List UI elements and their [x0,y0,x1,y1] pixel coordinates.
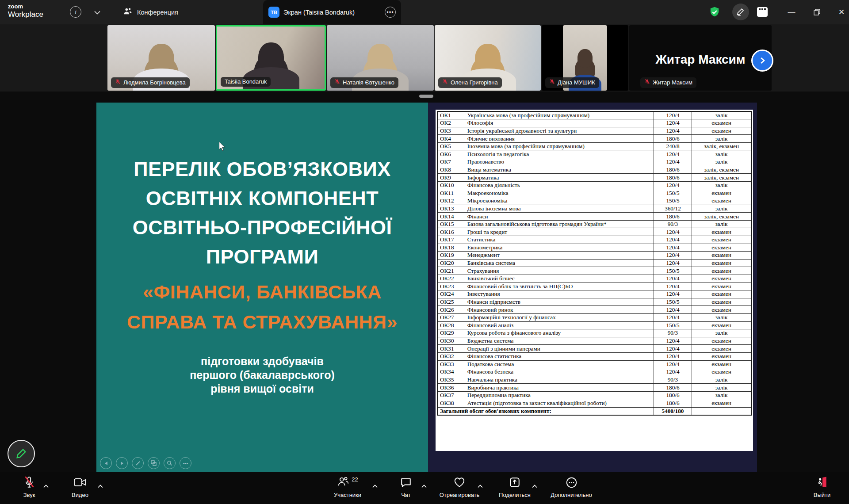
camera-icon [73,476,87,489]
table-row: ОК20Банківська система120/4екзамен [437,259,751,267]
mic-muted-icon [23,476,35,489]
meeting-toolbar: Звук Видео 22 Участники Чат [0,472,849,504]
video-button[interactable]: Видео [56,476,104,498]
participant-name-badge: Житар Максим [640,77,696,88]
participant-tile[interactable]: Діана МУШИК [542,25,628,91]
slide-title-line: ОСВІТНІХ КОМПОНЕНТ [96,184,428,213]
tab-screen-share[interactable]: TB Экран (Taisiia Bondaruk) ••• [263,0,401,24]
total-value: 5400/180 [654,407,692,415]
participant-name: Житар Максим [653,79,692,86]
react-options-chevron[interactable] [478,482,483,490]
table-row: ОК29Курсова робота з фінансового аналізу… [437,329,751,337]
share-screen-icon [509,476,520,489]
minimize-button[interactable]: — [782,0,801,24]
participant-tile[interactable]: Олена Григорівна [435,25,541,91]
slide-subtitle-line: підготовки здобувачів [96,355,428,368]
table-row: ОК6Психологія та педагогіка120/4залік [437,150,751,158]
participants-label: Участники [334,492,361,498]
slide-accent-line: «ФІНАНСИ, БАНКІВСЬКА [96,277,428,307]
video-label: Видео [72,492,88,498]
participant-filmstrip: Людмила Богріновцева Taisiia Bondaruk На… [0,24,849,92]
chat-label: Чат [401,492,411,498]
table-row: ОК3Історія української державності та ку… [437,127,751,135]
avatar: TB [268,7,279,18]
table-row: ОК28Фінансовий аналіз150/5екзамен [437,321,751,329]
tab-options-icon[interactable]: ••• [385,7,396,18]
table-row: ОК12Мікроекономіка150/5екзамен [437,197,751,205]
chat-options-chevron[interactable] [421,482,427,490]
participants-count-badge: 22 [352,476,358,483]
table-row: ОК21Страхування150/5екзамен [437,267,751,275]
apps-grid-icon[interactable] [755,5,769,19]
participant-tile-active-speaker[interactable]: Taisiia Bondaruk [216,25,326,91]
table-total-row: Загальний обсяг обов'язкових компонент: … [437,407,751,415]
participants-icon [337,476,349,489]
zoom-workplace-logo: zoom Workplace [8,4,43,18]
participant-name: Діана МУШИК [558,79,595,86]
leave-button[interactable]: Выйти [798,476,846,498]
table-row: ОК31Операції з цінними паперами120/4екза… [437,345,751,353]
filmstrip-drag-handle[interactable] [419,95,433,98]
leave-meeting-icon [816,476,828,489]
video-options-chevron[interactable] [98,482,103,490]
table-row: ОК23Фінансовий облік та звітність за НП(… [437,283,751,290]
more-button[interactable]: Дополнительно [545,476,598,498]
participant-tile-video-off[interactable]: Житар Максим Житар Максим [629,25,772,91]
slide-sorter-icon[interactable] [148,457,160,469]
table-row: ОК32Фінансова статистика120/4екзамен [437,352,751,360]
security-shield-icon[interactable] [708,6,721,18]
annotation-fab[interactable] [8,440,35,467]
table-row: ОК10Фінансова діяльність120/4залік [437,181,751,189]
tab-screen-share-label: Экран (Taisiia Bondaruk) [283,9,381,16]
audio-options-chevron[interactable] [43,482,49,490]
heart-icon [453,476,466,489]
table-row: ОК17Статистика120/4екзамен [437,236,751,244]
zoom-search-icon[interactable] [164,457,176,469]
table-row: ОК27Інформаційні технології у фінансах12… [437,313,751,321]
participant-name-badge: Людмила Богріновцева [111,77,190,88]
course-table: ОК1Українська мова (за професійним спрям… [437,111,752,416]
react-button[interactable]: Отреагировать [435,476,484,498]
table-row: ОК25Фінанси підприємств150/5екзамен [437,298,751,306]
info-icon[interactable]: i [70,6,81,18]
next-participants-button[interactable] [751,50,773,72]
participant-tile[interactable]: Людмила Богріновцева [107,25,215,91]
shared-screen-area: ПЕРЕЛІК ОБОВ’ЯЗКОВИХ ОСВІТНІХ КОМПОНЕНТ … [0,92,849,472]
tab-conference[interactable]: Конференция [123,0,178,24]
mic-muted-icon [334,79,340,86]
chevron-down-icon[interactable] [93,9,102,16]
mouse-cursor [218,141,226,153]
table-row: ОК33Податкова система120/4екзамен [437,360,751,368]
table-row: ОК7Правознавство120/4залік [437,158,751,166]
table-row: ОК38Атестація (підготовка та захист квал… [437,399,751,407]
close-button[interactable]: ✕ [832,0,849,24]
audio-label: Звук [23,492,35,498]
logo-line1: zoom [8,4,43,9]
annotate-pencil-icon[interactable] [732,4,749,20]
participant-tile[interactable]: Наталія Євтушенко [327,25,434,91]
slide-controls: ••• [100,457,191,469]
draw-tool-icon[interactable] [132,457,144,469]
mic-muted-icon [115,79,121,86]
share-options-chevron[interactable] [532,482,537,490]
restore-button[interactable] [807,0,826,24]
more-label: Дополнительно [551,492,592,498]
participant-name: Наталія Євтушенко [343,79,394,86]
table-row: ОК22Банківський бізнес120/4екзамен [437,275,751,283]
participants-options-chevron[interactable] [372,482,378,490]
table-row: ОК5Іноземна мова (за професійним спрямув… [437,142,751,150]
next-slide-button[interactable] [116,457,128,469]
document-panel: ОК1Українська мова (за професійним спрям… [428,103,757,472]
table-row: ОК9Інформатика180/6залік, екзамен [437,174,751,182]
slide-title-line: ПРОГРАМИ [96,242,428,271]
more-slide-options-icon[interactable]: ••• [180,457,191,469]
share-label: Поделиться [499,492,531,498]
slide-title-line: ОСВІТНЬО-ПРОФЕСІЙНОЇ [96,213,428,242]
previous-slide-button[interactable] [100,457,112,469]
more-options-icon [566,476,577,489]
tab-conference-label: Конференция [137,9,178,16]
window-titlebar: zoom Workplace i Конференция TB Экран (T… [0,0,849,24]
participant-name-badge: Олена Григорівна [438,77,502,88]
participants-button[interactable]: 22 Участники [321,476,374,498]
mic-muted-icon [549,79,555,86]
